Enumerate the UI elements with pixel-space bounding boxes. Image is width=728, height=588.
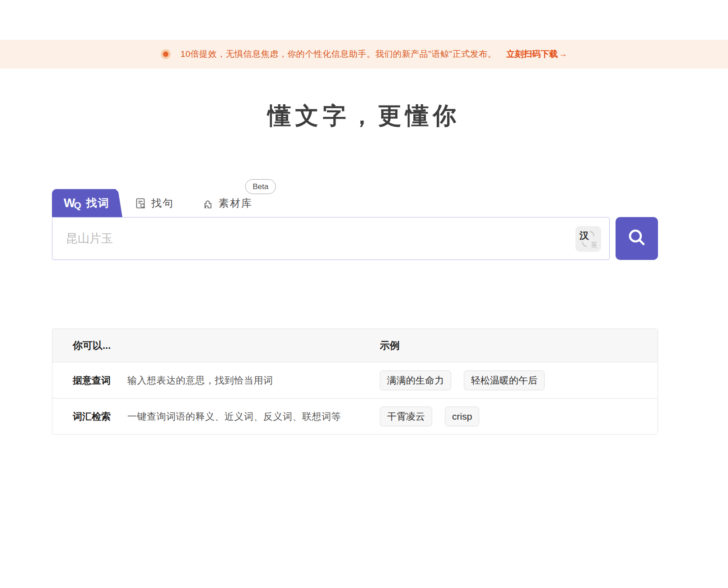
language-toggle-button[interactable]: 汉 英 <box>575 226 601 252</box>
tab-bar: W Q 找词 找句 素材库 Beta <box>52 189 658 217</box>
search-icon <box>625 227 648 250</box>
tab-material-library-label: 素材库 <box>219 196 252 210</box>
lang-secondary-label: 英 <box>591 241 597 250</box>
examples-table: 你可以... 示例 据意查词 输入想表达的意思，找到恰当用词 满满的生命力 轻松… <box>52 329 658 435</box>
search-box: 汉 英 <box>52 217 610 260</box>
tab-find-word-label: 找词 <box>86 196 110 210</box>
feature-description: 输入想表达的意思，找到恰当用词 <box>127 374 273 387</box>
example-chip[interactable]: crisp <box>445 407 479 426</box>
arrow-right-icon[interactable]: → <box>559 49 567 59</box>
banner-download-link[interactable]: 立刻扫码下载 <box>506 48 558 60</box>
main-content: W Q 找词 找句 素材库 Beta <box>52 189 658 435</box>
table-row: 词汇检索 一键查询词语的释义、近义词、反义词、联想词等 干霄凌云 crisp <box>52 398 658 434</box>
document-search-icon <box>135 197 147 209</box>
hero: 懂文字，更懂你 <box>0 100 728 132</box>
search-button[interactable] <box>616 217 658 260</box>
banner-text: 10倍提效，无惧信息焦虑，你的个性化信息助手。我们的新产品"语鲸"正式发布。 <box>181 48 497 60</box>
tab-find-sentence[interactable]: 找句 <box>135 189 174 217</box>
example-chip[interactable]: 轻松温暖的午后 <box>464 370 545 390</box>
feature-term: 据意查词 <box>73 374 127 387</box>
search-row: 汉 英 <box>52 217 658 260</box>
example-chip[interactable]: 干霄凌云 <box>380 407 432 426</box>
examples-header-row: 你可以... 示例 <box>52 329 658 362</box>
wq-logo: W <box>64 196 74 210</box>
column-header-you-can: 你可以... <box>73 339 111 352</box>
search-input[interactable] <box>52 218 609 259</box>
feature-term: 词汇检索 <box>73 410 127 423</box>
table-row: 据意查词 输入想表达的意思，找到恰当用词 满满的生命力 轻松温暖的午后 <box>52 362 658 398</box>
tab-find-word[interactable]: W Q 找词 <box>52 189 116 217</box>
example-chip[interactable]: 满满的生命力 <box>380 370 451 390</box>
column-header-examples: 示例 <box>380 340 400 351</box>
tab-material-library[interactable]: 素材库 Beta <box>202 189 252 217</box>
puzzle-piece-icon <box>202 197 214 209</box>
announcement-banner: 10倍提效，无惧信息焦虑，你的个性化信息助手。我们的新产品"语鲸"正式发布。 立… <box>0 40 728 69</box>
beta-badge: Beta <box>245 179 276 194</box>
lang-primary-label: 汉 <box>579 229 589 242</box>
top-whitespace <box>0 0 728 40</box>
banner-dot-icon <box>161 49 171 59</box>
feature-description: 一键查询词语的释义、近义词、反义词、联想词等 <box>127 410 341 423</box>
wq-logo-q: Q <box>74 200 81 211</box>
page-title: 懂文字，更懂你 <box>0 100 728 132</box>
tab-find-sentence-label: 找句 <box>151 196 174 210</box>
